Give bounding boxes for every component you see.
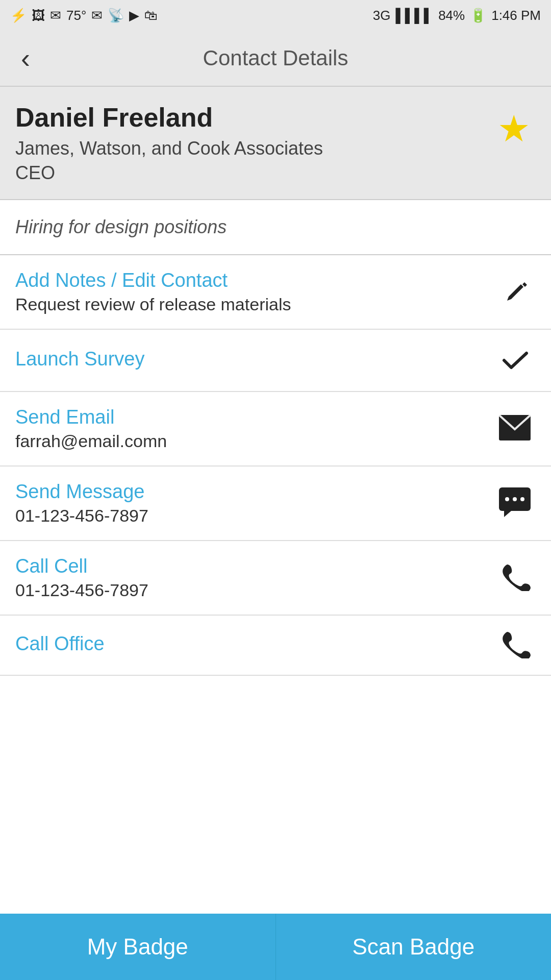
send-message-row[interactable]: Send Message 01-123-456-7897 xyxy=(0,467,551,541)
battery-pct: 84% xyxy=(438,8,465,23)
zone-icon: 📡 xyxy=(108,8,124,23)
call-cell-row[interactable]: Call Cell 01-123-456-7897 xyxy=(0,541,551,616)
contact-note: Hiring for design positions xyxy=(0,200,551,255)
status-right: 3G ▌▌▌▌ 84% 🔋 1:46 PM xyxy=(373,8,541,23)
status-bar: ⚡ 🖼 ✉ 75° ✉ 📡 ▶ 🛍 3G ▌▌▌▌ 84% 🔋 1:46 PM xyxy=(0,0,551,31)
signal-bars: ▌▌▌▌ xyxy=(395,8,433,23)
usb-icon: ⚡ xyxy=(10,8,27,23)
send-message-sub: 01-123-456-7897 xyxy=(15,506,148,526)
contact-name: Daniel Freeland xyxy=(15,102,323,133)
add-notes-left: Add Notes / Edit Contact Request review … xyxy=(15,270,291,314)
scan-badge-label: Scan Badge xyxy=(352,934,474,960)
scan-badge-button[interactable]: Scan Badge xyxy=(276,914,552,980)
checkmark-icon xyxy=(500,344,531,377)
bag-icon: 🛍 xyxy=(144,8,158,23)
network-type: 3G xyxy=(373,8,391,23)
image-icon: 🖼 xyxy=(32,8,45,23)
temperature: 75° xyxy=(66,8,86,23)
top-nav: ‹ Contact Details xyxy=(0,31,551,87)
svg-point-4 xyxy=(520,497,524,501)
call-office-label: Call Office xyxy=(15,633,105,655)
phone-cell-icon xyxy=(502,562,531,593)
svg-point-2 xyxy=(505,497,509,501)
my-badge-button[interactable]: My Badge xyxy=(0,914,276,980)
note-text: Hiring for design positions xyxy=(15,216,227,237)
call-office-row[interactable]: Call Office xyxy=(0,616,551,676)
media-icon: ▶ xyxy=(129,8,139,23)
send-message-left: Send Message 01-123-456-7897 xyxy=(15,481,148,526)
launch-survey-left: Launch Survey xyxy=(15,348,145,373)
phone-office-icon xyxy=(502,630,531,660)
send-email-left: Send Email farrah@email.comn xyxy=(15,406,167,451)
call-cell-sub: 01-123-456-7897 xyxy=(15,580,148,600)
my-badge-label: My Badge xyxy=(87,934,188,960)
page-title: Contact Details xyxy=(51,46,500,70)
svg-point-3 xyxy=(513,497,517,501)
launch-survey-row[interactable]: Launch Survey xyxy=(0,330,551,392)
call-cell-label: Call Cell xyxy=(15,555,148,577)
bottom-bar: My Badge Scan Badge xyxy=(0,914,551,980)
add-notes-row[interactable]: Add Notes / Edit Contact Request review … xyxy=(0,255,551,330)
mail2-icon: ✉ xyxy=(91,8,103,23)
email-icon: ✉ xyxy=(50,8,61,23)
battery-icon: 🔋 xyxy=(470,8,486,23)
status-left: ⚡ 🖼 ✉ 75° ✉ 📡 ▶ 🛍 xyxy=(10,8,158,23)
call-cell-left: Call Cell 01-123-456-7897 xyxy=(15,555,148,600)
contact-header: Daniel Freeland James, Watson, and Cook … xyxy=(0,87,551,200)
send-message-label: Send Message xyxy=(15,481,148,503)
add-notes-label: Add Notes / Edit Contact xyxy=(15,270,291,291)
send-email-sub: farrah@email.comn xyxy=(15,431,167,451)
contact-info: Daniel Freeland James, Watson, and Cook … xyxy=(15,102,323,184)
message-icon xyxy=(499,487,531,519)
edit-icon xyxy=(503,277,531,307)
launch-survey-label: Launch Survey xyxy=(15,348,145,370)
star-icon[interactable]: ★ xyxy=(497,107,531,150)
send-email-row[interactable]: Send Email farrah@email.comn xyxy=(0,392,551,467)
mail-icon xyxy=(499,415,531,443)
contact-company: James, Watson, and Cook Associates xyxy=(15,138,323,159)
back-chevron-icon: ‹ xyxy=(21,42,30,74)
add-notes-sub: Request review of release materials xyxy=(15,295,291,314)
call-office-left: Call Office xyxy=(15,633,105,658)
send-email-label: Send Email xyxy=(15,406,167,428)
back-button[interactable]: ‹ xyxy=(0,30,51,86)
clock: 1:46 PM xyxy=(491,8,541,23)
contact-job-title: CEO xyxy=(15,162,323,184)
